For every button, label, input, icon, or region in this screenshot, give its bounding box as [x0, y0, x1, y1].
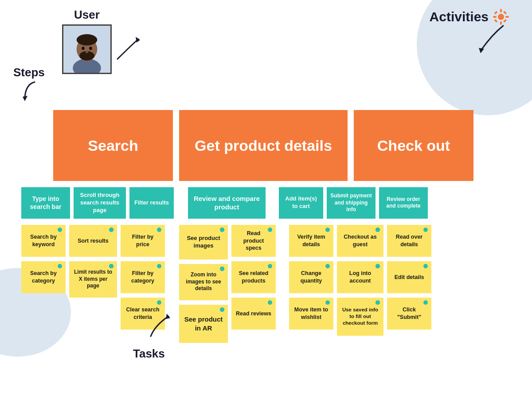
task-col-1: Search by keyword Search by category	[21, 225, 66, 343]
tasks-label: Tasks	[133, 347, 165, 361]
activity-add-cart: Add item(s) to cart	[279, 187, 323, 219]
step-checkout: Check out	[354, 110, 473, 181]
activity-type-search: Type into search bar	[21, 187, 70, 219]
activity-scroll: Scroll through search results page	[74, 187, 126, 219]
task-edit: Edit details	[387, 261, 431, 293]
svg-rect-19	[503, 11, 507, 14]
sticky-pin	[109, 228, 113, 232]
activity-review-order: Review order and complete	[379, 187, 428, 219]
activity-review: Review and compare product	[188, 187, 266, 219]
activities-arrow	[474, 21, 510, 57]
task-saved-info: Use saved info to fill out checkout form	[337, 298, 383, 336]
task-col-8: Read over details Edit details Click "Su…	[387, 225, 431, 343]
task-verify: Verify item details	[289, 225, 333, 257]
svg-rect-16	[494, 11, 497, 14]
activity-submit-payment: Submit payment and shipping info	[327, 187, 376, 219]
task-filter-category: Filter by category	[121, 261, 165, 293]
task-see-images: See product images	[179, 225, 228, 259]
task-reviews: Read reviews	[231, 298, 276, 330]
sticky-pin	[220, 228, 224, 232]
task-ar: See product in AR	[179, 305, 228, 343]
task-wishlist: Move item to wishlist	[289, 298, 333, 330]
svg-rect-12	[500, 9, 502, 12]
svg-point-9	[86, 51, 88, 53]
task-filter-price: Filter by price	[121, 225, 165, 257]
task-guest: Checkout as guest	[337, 225, 383, 257]
svg-rect-14	[493, 16, 497, 18]
svg-marker-0	[23, 96, 27, 101]
task-sort: Sort results	[69, 225, 117, 257]
task-related: See related products	[231, 261, 276, 293]
avatar-svg	[63, 25, 110, 74]
svg-marker-21	[166, 314, 170, 319]
task-col-6: Verify item details Change quantity Move…	[289, 225, 333, 343]
svg-point-11	[498, 14, 504, 20]
steps-arrow	[21, 80, 43, 102]
svg-point-8	[89, 47, 92, 50]
user-avatar	[62, 24, 112, 74]
task-search-category: Search by category	[21, 261, 66, 293]
step-product: Get product details	[179, 110, 348, 181]
task-col-2: Sort results Limit results to X items pe…	[69, 225, 117, 343]
svg-marker-20	[479, 48, 484, 53]
svg-rect-15	[505, 16, 509, 18]
user-label: User	[74, 8, 100, 22]
task-zoom: Zoom into images to see details	[179, 264, 228, 300]
step-search: Search	[53, 110, 173, 181]
sticky-pin	[220, 267, 224, 271]
sticky-pin	[376, 300, 380, 305]
sticky-pin	[376, 264, 380, 268]
svg-point-7	[82, 47, 84, 50]
task-col-4: See product images Zoom into images to s…	[179, 225, 228, 343]
steps-label: Steps	[13, 66, 45, 79]
activity-filter: Filter results	[129, 187, 174, 219]
task-col-5: Read product specs See related products …	[231, 225, 276, 343]
task-quantity: Change quantity	[289, 261, 333, 293]
sticky-pin	[109, 264, 113, 268]
task-limit: Limit results to X items per page	[69, 261, 117, 298]
sticky-pin	[376, 228, 380, 232]
user-arrow	[115, 35, 142, 61]
task-col-7: Checkout as guest Log into account Use s…	[337, 225, 383, 343]
task-read-specs: Read product specs	[231, 225, 276, 257]
task-login: Log into account	[337, 261, 383, 293]
tasks-arrow	[146, 312, 173, 338]
task-submit: Click "Submit"	[387, 298, 431, 330]
task-search-keyword: Search by keyword	[21, 225, 66, 257]
svg-point-5	[77, 34, 98, 45]
task-read-over: Read over details	[387, 225, 431, 257]
sticky-pin	[220, 307, 224, 312]
